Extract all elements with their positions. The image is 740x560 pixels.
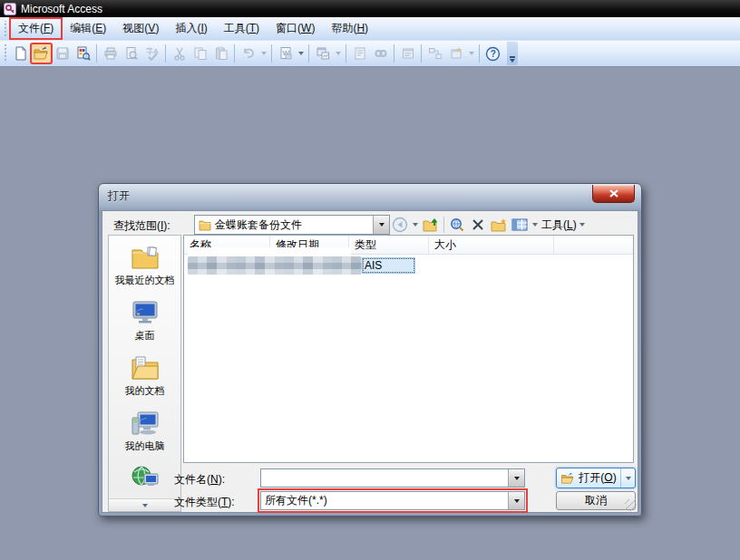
- toolbar-cut-button[interactable]: [169, 43, 190, 63]
- places-scroll-down-button[interactable]: [109, 498, 180, 511]
- open-button-main[interactable]: 打开(O): [557, 468, 620, 488]
- toolbar-options-button[interactable]: [507, 42, 518, 65]
- tools-menu-button[interactable]: 工具(L): [541, 217, 585, 233]
- open-dialog: 打开 查找范围(I): 金蝶账套备份文件: [98, 183, 642, 517]
- toolbar-separator: [271, 44, 272, 63]
- menubar-drag-handle[interactable]: [3, 21, 7, 37]
- column-header-size[interactable]: 大小: [429, 236, 554, 254]
- file-type-label: 文件类型(T):: [174, 495, 235, 510]
- file-name-combobox[interactable]: [260, 468, 525, 488]
- toolbar-help-button[interactable]: ?: [482, 43, 503, 63]
- network-icon: [131, 466, 160, 489]
- up-folder-icon: [423, 217, 440, 233]
- place-recent-documents[interactable]: 我最近的文档: [115, 245, 175, 287]
- undo-icon: [241, 46, 256, 61]
- analyze-dropdown-arrow-icon[interactable]: [333, 43, 343, 63]
- selected-file-item[interactable]: AIS: [362, 257, 415, 274]
- toolbar-spelling-button[interactable]: 字A: [141, 43, 162, 63]
- new-object-dropdown-arrow-icon[interactable]: [466, 43, 476, 63]
- look-in-value: 金蝶账套备份文件: [215, 217, 302, 233]
- file-list[interactable]: 名称 修改日期 类型 大小 AIS: [183, 235, 634, 463]
- file-type-combobox[interactable]: 所有文件(*.*): [260, 491, 525, 510]
- delete-button[interactable]: [469, 216, 487, 234]
- toolbar-save-button[interactable]: [52, 43, 73, 63]
- toolbar-analyze-button[interactable]: [312, 43, 333, 63]
- close-button[interactable]: [592, 185, 635, 203]
- toolbar-print-button[interactable]: [100, 43, 121, 63]
- help-icon: ?: [485, 46, 501, 62]
- menu-file[interactable]: 文件(F): [10, 18, 62, 39]
- properties-icon: [374, 46, 388, 61]
- toolbar-undo-button[interactable]: [238, 43, 258, 63]
- censored-file-name: [188, 256, 362, 275]
- back-dropdown-arrow-icon[interactable]: [412, 215, 419, 235]
- file-type-value: 所有文件(*.*): [261, 493, 508, 508]
- toolbar-new-object-button[interactable]: [445, 43, 466, 63]
- place-network[interactable]: [131, 466, 160, 493]
- resize-grip[interactable]: [625, 499, 637, 511]
- recent-documents-icon: [131, 245, 160, 270]
- new-document-icon: [14, 46, 28, 61]
- open-folder-icon: [34, 46, 49, 61]
- dialog-toolbar: 工具(L): [391, 215, 585, 235]
- place-my-documents[interactable]: 我的文档: [125, 355, 165, 398]
- toolbar-open-button[interactable]: [31, 43, 52, 63]
- toolbar-file-search-button[interactable]: [73, 43, 93, 63]
- dialog-title: 打开: [108, 188, 130, 204]
- toolbar-database-properties-button[interactable]: [397, 43, 418, 63]
- place-label: 我的文档: [125, 384, 165, 398]
- toolbar-print-preview-button[interactable]: [121, 43, 141, 63]
- views-dropdown-arrow-icon[interactable]: [531, 215, 539, 235]
- undo-dropdown-arrow-icon[interactable]: [258, 43, 268, 63]
- column-header-type[interactable]: 类型: [349, 236, 429, 254]
- column-header-empty[interactable]: [554, 236, 633, 254]
- copy-icon: [193, 46, 208, 61]
- delete-x-icon: [472, 218, 484, 231]
- menu-window[interactable]: 窗口(W): [268, 18, 323, 39]
- cancel-button[interactable]: 取消: [556, 491, 636, 510]
- back-button[interactable]: [391, 216, 409, 234]
- search-web-button[interactable]: [448, 216, 466, 234]
- folder-icon: [199, 219, 211, 231]
- toolbar-office-links-button[interactable]: W: [275, 43, 296, 63]
- menu-help[interactable]: 帮助(H): [323, 18, 376, 39]
- close-icon: [609, 189, 618, 198]
- places-bar: 我最近的文档 桌面 我的文档 我的电脑: [108, 235, 181, 512]
- up-one-level-button[interactable]: [422, 216, 440, 234]
- menu-view[interactable]: 视图(V): [114, 18, 167, 39]
- open-button[interactable]: 打开(O): [556, 468, 636, 488]
- place-label: 桌面: [135, 329, 155, 343]
- toolbar-paste-button[interactable]: [210, 43, 231, 63]
- toolbar-copy-button[interactable]: [190, 43, 210, 63]
- place-label: 我的电脑: [125, 439, 165, 453]
- views-button[interactable]: [511, 216, 529, 234]
- menu-tools[interactable]: 工具(T): [216, 18, 268, 39]
- menu-edit[interactable]: 编辑(E): [62, 18, 114, 39]
- file-name-dropdown-arrow[interactable]: [508, 469, 524, 487]
- window-titlebar[interactable]: Microsoft Access: [0, 0, 740, 17]
- access-app-icon: [4, 3, 16, 15]
- toolbar-new-button[interactable]: [10, 43, 31, 63]
- new-folder-icon: [491, 217, 508, 233]
- code-icon: [353, 46, 367, 61]
- menu-insert[interactable]: 插入(I): [167, 18, 215, 39]
- place-desktop[interactable]: 桌面: [131, 300, 160, 343]
- office-links-dropdown-arrow-icon[interactable]: [296, 43, 306, 63]
- look-in-dropdown-arrow[interactable]: [373, 216, 389, 234]
- toolbar-drag-handle[interactable]: [3, 44, 7, 63]
- new-folder-button[interactable]: [490, 216, 508, 234]
- place-my-computer[interactable]: 我的电脑: [125, 410, 165, 453]
- print-icon: [103, 46, 118, 61]
- relationships-icon: [428, 46, 443, 61]
- toolbar-separator: [308, 44, 309, 63]
- open-dropdown-arrow[interactable]: [620, 468, 635, 488]
- look-in-combobox[interactable]: 金蝶账套备份文件: [194, 215, 390, 235]
- toolbar-relationships-button[interactable]: [424, 43, 445, 63]
- spelling-icon: 字A: [145, 46, 160, 61]
- toolbar-code-button[interactable]: [349, 43, 370, 63]
- toolbar-properties-button[interactable]: [370, 43, 391, 63]
- file-name-label: 文件名(N):: [174, 472, 225, 488]
- toolbar-separator: [165, 44, 166, 63]
- file-type-dropdown-arrow[interactable]: [508, 492, 524, 509]
- toolbar-separator: [346, 44, 346, 63]
